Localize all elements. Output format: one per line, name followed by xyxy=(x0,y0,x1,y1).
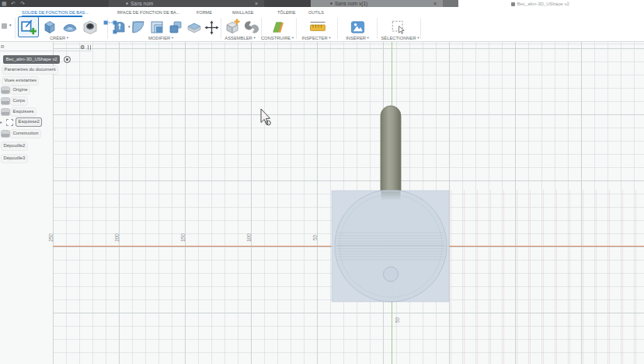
panel-handle-icon[interactable] xyxy=(88,45,91,50)
document-tab-icon xyxy=(330,2,332,5)
tab-strip-end xyxy=(443,0,458,7)
document-tab-label: Sans nom xyxy=(131,1,153,6)
separator xyxy=(15,18,16,39)
visibility-icon[interactable] xyxy=(2,109,9,115)
separator xyxy=(221,18,221,39)
separator xyxy=(337,18,338,39)
browser-item-depouille2[interactable]: Dépouille2 xyxy=(2,142,27,150)
new-component-button[interactable] xyxy=(224,19,241,36)
undo-icon[interactable]: ↶ xyxy=(11,0,16,7)
create-sketch-button[interactable] xyxy=(18,16,39,37)
separator xyxy=(296,18,297,39)
group-label-modifier[interactable]: MODIFIER ▾ xyxy=(148,35,173,41)
sketch-icon[interactable] xyxy=(6,119,13,126)
title-bar: ▦ ↶ ↷ Sans nom × Sans nom v(1) × xyxy=(0,0,458,7)
combine-button[interactable] xyxy=(167,19,184,36)
tab-outils[interactable]: OUTILS xyxy=(308,9,324,16)
shell-button[interactable] xyxy=(186,19,203,36)
browser-root-node[interactable]: Bec_alim-3D_UShape v2 xyxy=(3,55,60,64)
app-menu-icon[interactable]: ▦ xyxy=(2,0,7,7)
visibility-icon[interactable] xyxy=(2,131,9,137)
tab-forme[interactable]: FORME xyxy=(197,9,212,16)
toolbar-overflow-button[interactable]: ▾ xyxy=(2,23,16,30)
document-title-label: Bec_alim-3D_UShape v2 xyxy=(517,2,569,6)
browser-item-origine[interactable]: Origine xyxy=(11,86,30,94)
close-tab-icon[interactable]: × xyxy=(255,0,258,7)
group-label-inserer[interactable]: INSÉRER ▾ xyxy=(346,35,369,41)
select-button[interactable] xyxy=(391,19,406,35)
expand-caret-icon[interactable]: ▸ xyxy=(0,120,2,124)
document-tab-sans-nom[interactable]: Sans nom × xyxy=(109,0,264,7)
overflow-icon xyxy=(2,23,7,29)
tab-surface[interactable]: RFACE DE FONCTION DE BA... xyxy=(117,9,179,16)
tab-tolerie[interactable]: TÔLERIE xyxy=(277,9,296,16)
separator xyxy=(377,18,378,39)
activate-component-radio[interactable] xyxy=(64,56,71,63)
gear-icon[interactable]: ⚙ xyxy=(80,44,85,51)
model-rod[interactable] xyxy=(381,106,401,191)
sketch-circle-small[interactable] xyxy=(384,267,399,282)
move-button[interactable] xyxy=(204,20,219,35)
browser-item-esquisse2[interactable]: Esquisse2 xyxy=(16,118,41,126)
document-tab-icon xyxy=(126,2,128,5)
group-label-selectionner[interactable]: SÉLECTIONNER ▾ xyxy=(381,35,419,41)
browser-item-construction[interactable]: Construction xyxy=(11,130,40,138)
joint-button[interactable] xyxy=(243,19,260,36)
document-icon xyxy=(511,2,515,6)
close-tab-icon[interactable]: × xyxy=(433,0,437,7)
redo-icon[interactable]: ↷ xyxy=(20,0,25,7)
document-tab-sans-nom-v1[interactable]: Sans nom v(1) × xyxy=(311,0,443,7)
group-label-construire[interactable]: CONSTRUIRE ▾ xyxy=(261,35,294,41)
document-tab-label: Sans nom v(1) xyxy=(335,1,367,6)
revolve-button[interactable] xyxy=(61,19,78,36)
model-3d-view[interactable] xyxy=(0,42,644,364)
tab-maillage[interactable]: MAILLAGE xyxy=(232,9,254,16)
browser-item-parametres[interactable]: Paramètres du document xyxy=(2,66,57,74)
browser-header-label: R xyxy=(1,44,4,49)
group-label-inspecter[interactable]: INSPECTER ▾ xyxy=(301,35,330,41)
visibility-icon[interactable] xyxy=(2,98,9,104)
press-pull-button[interactable] xyxy=(111,19,128,36)
browser-item-corps[interactable]: Corps xyxy=(11,97,27,105)
hole-button[interactable] xyxy=(82,19,99,36)
browser-item-vues[interactable]: Vues existantes xyxy=(2,77,38,85)
measure-button[interactable] xyxy=(309,19,326,36)
ribbon-toolbar: SOLIDE DE FONCTION DE BAS... RFACE DE FO… xyxy=(0,7,644,42)
extrude-button[interactable] xyxy=(41,19,58,36)
construction-plane-button[interactable] xyxy=(270,19,286,36)
browser-item-depouille3[interactable]: Dépouille3 xyxy=(2,155,27,163)
insert-image-button[interactable] xyxy=(350,19,366,36)
separator xyxy=(420,18,421,39)
visibility-icon[interactable] xyxy=(2,87,9,93)
offset-face-button[interactable] xyxy=(148,19,165,36)
browser-item-esquisses[interactable]: Esquisses xyxy=(11,108,36,116)
group-label-creer[interactable]: CRÉER ▾ xyxy=(50,35,68,41)
fillet-button[interactable] xyxy=(130,19,147,36)
group-label-assembler[interactable]: ASSEMBLER ▾ xyxy=(225,35,255,41)
mouse-cursor xyxy=(261,109,270,125)
viewport-canvas[interactable]: 250 200 150 100 50 50 xyxy=(0,42,644,364)
browser-header: R ⚙ xyxy=(0,44,92,51)
